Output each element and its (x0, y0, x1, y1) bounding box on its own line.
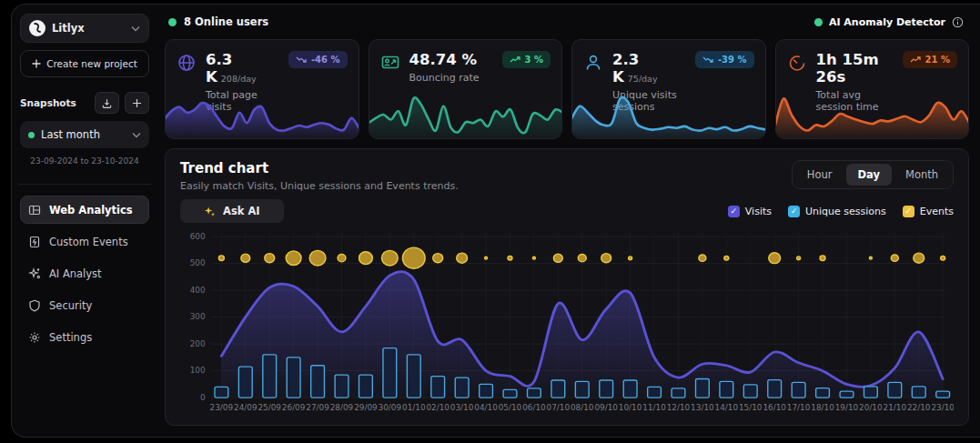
project-name: Litlyx (52, 22, 85, 35)
stat-card-avg-session-time: 1h 15m 26s Total avg session time 21 % (775, 39, 970, 139)
svg-text:600: 600 (190, 232, 206, 241)
stat-card-bouncing-rate: 48.74 % Bouncing rate 3 % (369, 39, 563, 139)
svg-text:18/10: 18/10 (811, 403, 834, 412)
ask-ai-label: Ask AI (223, 205, 260, 217)
badge-value: 21 % (925, 55, 950, 65)
snapshot-add-button[interactable] (125, 92, 149, 114)
sparkline-bouncing-rate (369, 90, 563, 139)
tab-hour[interactable]: Hour (795, 164, 844, 186)
svg-text:16/10: 16/10 (763, 403, 786, 412)
svg-text:200: 200 (190, 339, 206, 348)
svg-text:08/10: 08/10 (571, 403, 594, 412)
app-window: Litlyx Create new project Snapshots (11, 4, 980, 438)
legend-label: Unique sessions (805, 206, 886, 217)
sidebar-divider (18, 184, 151, 185)
checkbox-checked-icon[interactable] (728, 206, 740, 217)
svg-text:23/10: 23/10 (931, 403, 954, 412)
sparkline-unique-visits (571, 90, 766, 139)
info-icon[interactable] (952, 16, 964, 28)
svg-text:0: 0 (200, 393, 206, 402)
interval-tabs: Hour Day Month (792, 160, 954, 189)
trend-up-icon (910, 55, 921, 64)
sidebar-item-label: Custom Events (49, 236, 128, 248)
trend-up-icon (510, 55, 520, 64)
stat-value: 1h 15m 26s (816, 51, 879, 86)
plus-icon (132, 98, 142, 108)
trend-badge: -46 % (288, 51, 348, 68)
stat-value: 48.74 % (409, 51, 477, 68)
topbar: 8 Online users AI Anomaly Detector (165, 12, 969, 39)
svg-text:04/10: 04/10 (474, 403, 498, 412)
snapshot-download-button[interactable] (95, 92, 119, 114)
snapshot-select[interactable]: Last month (20, 121, 149, 148)
svg-text:21/10: 21/10 (884, 403, 907, 412)
svg-text:24/09: 24/09 (234, 403, 258, 412)
snapshot-date-range: 23-09-2024 to 23-10-2024 (20, 156, 149, 166)
stat-per-day: 208/day (221, 74, 257, 84)
svg-text:10/10: 10/10 (619, 403, 642, 412)
sidebar-item-custom-events[interactable]: Custom Events (20, 227, 149, 256)
online-users-label: 8 Online users (184, 15, 268, 28)
legend-visits[interactable]: Visits (728, 206, 772, 217)
create-project-label: Create new project (46, 58, 137, 69)
person-icon (583, 53, 603, 73)
litlyx-logo (29, 20, 45, 36)
stat-cards-row: 6.3 K208/day Total page visits -46 % (165, 39, 969, 139)
sidebar-item-web-analytics[interactable]: Web Analytics (20, 196, 149, 224)
svg-text:13/10: 13/10 (691, 403, 714, 412)
online-users: 8 Online users (168, 15, 268, 28)
project-selector[interactable]: Litlyx (20, 14, 149, 43)
svg-text:05/10: 05/10 (499, 403, 522, 412)
trend-chart: 010020030040050060023/0924/0925/0926/092… (180, 227, 954, 421)
chevron-down-icon (131, 25, 140, 32)
sidebar-item-ai-analyst[interactable]: AI Analyst (20, 259, 149, 287)
stat-card-unique-visits: 2.3 K75/day Unique visits sessions -39 % (571, 39, 766, 139)
chart-legend: Visits Unique sessions Events (728, 206, 954, 217)
svg-text:06/10: 06/10 (522, 403, 546, 412)
plus-icon (32, 59, 41, 68)
ask-ai-button[interactable]: Ask AI (180, 199, 284, 223)
panel-title: Trend chart (180, 160, 459, 176)
sparkline-avg-session-time (775, 90, 970, 139)
svg-text:02/10: 02/10 (426, 403, 450, 412)
svg-text:07/10: 07/10 (547, 403, 571, 412)
shield-icon (28, 299, 41, 312)
svg-text:14/10: 14/10 (715, 403, 739, 412)
sidebar-item-security[interactable]: Security (20, 291, 149, 319)
tab-day[interactable]: Day (846, 164, 892, 186)
ai-anomaly-detector: AI Anomaly Detector (814, 16, 964, 28)
bounce-rate-icon (380, 53, 400, 73)
legend-events[interactable]: Events (903, 206, 954, 217)
badge-value: -46 % (311, 55, 340, 65)
gear-icon (28, 331, 41, 344)
legend-unique-sessions[interactable]: Unique sessions (788, 206, 886, 217)
snapshot-selected-value: Last month (41, 128, 100, 141)
trend-down-icon (702, 55, 713, 64)
badge-value: -39 % (718, 55, 747, 65)
timer-icon (787, 53, 807, 73)
checkbox-checked-icon[interactable] (903, 206, 914, 217)
svg-text:20/10: 20/10 (859, 403, 883, 412)
sidebar-item-label: Settings (49, 331, 92, 344)
stat-card-total-page-visits: 6.3 K208/day Total page visits -46 % (165, 39, 359, 139)
svg-text:12/10: 12/10 (667, 403, 691, 412)
create-project-button[interactable]: Create new project (20, 50, 149, 77)
chevron-down-icon (132, 132, 141, 138)
svg-text:300: 300 (190, 313, 206, 322)
svg-text:22/10: 22/10 (907, 403, 931, 412)
trend-down-icon (296, 55, 307, 64)
main-content: 8 Online users AI Anomaly Detector 6.3 K… (157, 5, 980, 437)
trend-badge: -39 % (695, 51, 754, 68)
svg-text:30/09: 30/09 (379, 403, 402, 412)
web-analytics-icon (28, 204, 41, 216)
legend-label: Visits (745, 206, 772, 217)
anomaly-label: AI Anomaly Detector (829, 16, 945, 28)
ai-analyst-icon (28, 267, 41, 280)
sparkline-total-page-visits (165, 90, 359, 139)
tab-month[interactable]: Month (894, 164, 950, 186)
custom-events-icon (28, 236, 41, 248)
checkbox-checked-icon[interactable] (788, 206, 800, 217)
sidebar-item-settings[interactable]: Settings (20, 323, 149, 351)
svg-text:29/09: 29/09 (354, 403, 378, 412)
trend-badge: 3 % (502, 51, 551, 68)
